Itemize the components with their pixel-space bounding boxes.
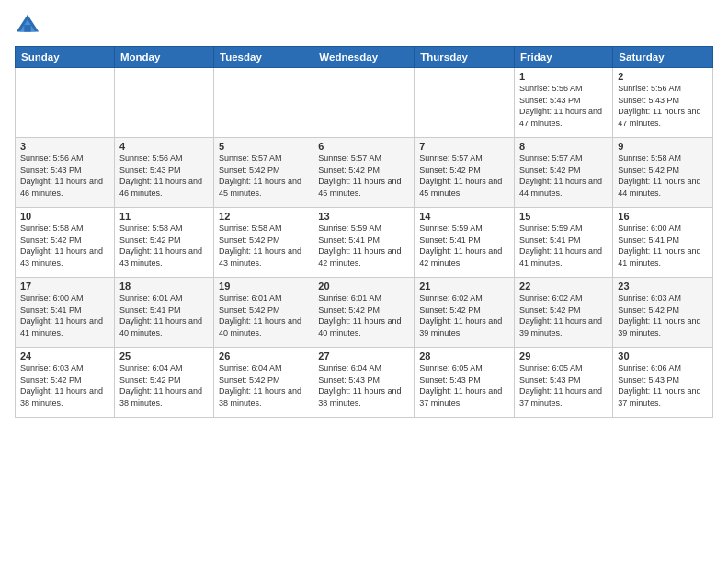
- day-number: 1: [519, 71, 608, 82]
- weekday-header: Friday: [515, 47, 613, 68]
- calendar-cell: 17Sunrise: 6:00 AM Sunset: 5:41 PM Dayli…: [16, 278, 115, 348]
- weekday-header: Monday: [114, 47, 213, 68]
- day-number: 10: [20, 211, 109, 222]
- day-number: 6: [318, 141, 409, 152]
- calendar-cell: 20Sunrise: 6:01 AM Sunset: 5:42 PM Dayli…: [313, 278, 415, 348]
- day-info: Sunrise: 5:57 AM Sunset: 5:42 PM Dayligh…: [419, 153, 509, 199]
- logo-icon: [15, 13, 40, 39]
- day-number: 2: [618, 71, 708, 82]
- calendar-cell: [313, 68, 415, 138]
- day-info: Sunrise: 5:56 AM Sunset: 5:43 PM Dayligh…: [519, 83, 608, 129]
- day-info: Sunrise: 6:03 AM Sunset: 5:42 PM Dayligh…: [20, 362, 109, 408]
- day-info: Sunrise: 5:57 AM Sunset: 5:42 PM Dayligh…: [219, 153, 308, 199]
- calendar-cell: 3Sunrise: 5:56 AM Sunset: 5:43 PM Daylig…: [16, 138, 115, 208]
- day-number: 16: [618, 211, 708, 222]
- day-number: 15: [519, 211, 608, 222]
- day-number: 13: [318, 211, 409, 222]
- day-number: 20: [318, 281, 409, 292]
- day-info: Sunrise: 5:57 AM Sunset: 5:42 PM Dayligh…: [519, 153, 608, 199]
- calendar-header-row: SundayMondayTuesdayWednesdayThursdayFrid…: [16, 47, 713, 68]
- day-info: Sunrise: 6:02 AM Sunset: 5:42 PM Dayligh…: [519, 293, 608, 339]
- weekday-header: Sunday: [16, 47, 115, 68]
- day-number: 11: [119, 211, 209, 222]
- calendar-cell: 8Sunrise: 5:57 AM Sunset: 5:42 PM Daylig…: [515, 138, 613, 208]
- calendar-week-row: 10Sunrise: 5:58 AM Sunset: 5:42 PM Dayli…: [16, 208, 713, 278]
- day-number: 17: [20, 281, 109, 292]
- day-info: Sunrise: 5:56 AM Sunset: 5:43 PM Dayligh…: [119, 153, 209, 199]
- day-info: Sunrise: 5:58 AM Sunset: 5:42 PM Dayligh…: [119, 223, 209, 269]
- calendar-cell: 14Sunrise: 5:59 AM Sunset: 5:41 PM Dayli…: [415, 208, 515, 278]
- day-info: Sunrise: 6:00 AM Sunset: 5:41 PM Dayligh…: [618, 223, 708, 269]
- calendar-cell: 21Sunrise: 6:02 AM Sunset: 5:42 PM Dayli…: [415, 278, 515, 348]
- day-number: 24: [20, 350, 109, 362]
- calendar-cell: 19Sunrise: 6:01 AM Sunset: 5:42 PM Dayli…: [214, 278, 313, 348]
- day-number: 26: [219, 350, 308, 362]
- svg-rect-2: [24, 25, 30, 31]
- day-number: 9: [618, 141, 708, 152]
- calendar-cell: [16, 68, 115, 138]
- day-info: Sunrise: 6:02 AM Sunset: 5:42 PM Dayligh…: [419, 293, 509, 339]
- day-number: 12: [219, 211, 308, 222]
- calendar-cell: [214, 68, 313, 138]
- day-info: Sunrise: 5:56 AM Sunset: 5:43 PM Dayligh…: [618, 83, 708, 129]
- day-info: Sunrise: 5:58 AM Sunset: 5:42 PM Dayligh…: [618, 153, 708, 199]
- day-number: 4: [119, 141, 209, 152]
- day-info: Sunrise: 6:03 AM Sunset: 5:42 PM Dayligh…: [618, 293, 708, 339]
- day-number: 30: [618, 350, 708, 362]
- day-info: Sunrise: 6:01 AM Sunset: 5:42 PM Dayligh…: [219, 293, 308, 339]
- day-number: 22: [519, 281, 608, 292]
- day-info: Sunrise: 6:05 AM Sunset: 5:43 PM Dayligh…: [519, 362, 608, 408]
- calendar-week-row: 1Sunrise: 5:56 AM Sunset: 5:43 PM Daylig…: [16, 68, 713, 138]
- calendar-week-row: 24Sunrise: 6:03 AM Sunset: 5:42 PM Dayli…: [16, 348, 713, 418]
- day-info: Sunrise: 5:56 AM Sunset: 5:43 PM Dayligh…: [20, 153, 109, 199]
- calendar-cell: 12Sunrise: 5:58 AM Sunset: 5:42 PM Dayli…: [214, 208, 313, 278]
- day-number: 25: [119, 350, 209, 362]
- weekday-header: Tuesday: [214, 47, 313, 68]
- calendar-cell: 15Sunrise: 5:59 AM Sunset: 5:41 PM Dayli…: [515, 208, 613, 278]
- weekday-header: Saturday: [613, 47, 713, 68]
- calendar-cell: 22Sunrise: 6:02 AM Sunset: 5:42 PM Dayli…: [515, 278, 613, 348]
- day-info: Sunrise: 6:04 AM Sunset: 5:42 PM Dayligh…: [219, 362, 308, 408]
- calendar-cell: 6Sunrise: 5:57 AM Sunset: 5:42 PM Daylig…: [313, 138, 415, 208]
- day-info: Sunrise: 6:01 AM Sunset: 5:42 PM Dayligh…: [318, 293, 409, 339]
- calendar-week-row: 17Sunrise: 6:00 AM Sunset: 5:41 PM Dayli…: [16, 278, 713, 348]
- day-number: 18: [119, 281, 209, 292]
- day-info: Sunrise: 5:57 AM Sunset: 5:42 PM Dayligh…: [318, 153, 409, 199]
- header: [15, 13, 713, 39]
- calendar-table: SundayMondayTuesdayWednesdayThursdayFrid…: [15, 46, 713, 418]
- day-number: 14: [419, 211, 509, 222]
- day-number: 28: [419, 350, 509, 362]
- day-number: 23: [618, 281, 708, 292]
- day-info: Sunrise: 5:58 AM Sunset: 5:42 PM Dayligh…: [219, 223, 308, 269]
- day-number: 5: [219, 141, 308, 152]
- day-number: 21: [419, 281, 509, 292]
- calendar-cell: [114, 68, 213, 138]
- calendar-cell: 11Sunrise: 5:58 AM Sunset: 5:42 PM Dayli…: [114, 208, 213, 278]
- calendar-cell: 5Sunrise: 5:57 AM Sunset: 5:42 PM Daylig…: [214, 138, 313, 208]
- day-info: Sunrise: 5:59 AM Sunset: 5:41 PM Dayligh…: [419, 223, 509, 269]
- calendar-cell: 23Sunrise: 6:03 AM Sunset: 5:42 PM Dayli…: [613, 278, 713, 348]
- calendar-cell: 13Sunrise: 5:59 AM Sunset: 5:41 PM Dayli…: [313, 208, 415, 278]
- day-info: Sunrise: 5:59 AM Sunset: 5:41 PM Dayligh…: [318, 223, 409, 269]
- day-info: Sunrise: 6:01 AM Sunset: 5:41 PM Dayligh…: [119, 293, 209, 339]
- day-number: 3: [20, 141, 109, 152]
- day-info: Sunrise: 6:04 AM Sunset: 5:42 PM Dayligh…: [119, 362, 209, 408]
- page: SundayMondayTuesdayWednesdayThursdayFrid…: [0, 0, 728, 563]
- calendar-cell: 27Sunrise: 6:04 AM Sunset: 5:43 PM Dayli…: [313, 348, 415, 418]
- calendar-cell: 7Sunrise: 5:57 AM Sunset: 5:42 PM Daylig…: [415, 138, 515, 208]
- day-info: Sunrise: 6:06 AM Sunset: 5:43 PM Dayligh…: [618, 362, 708, 408]
- calendar-cell: 29Sunrise: 6:05 AM Sunset: 5:43 PM Dayli…: [515, 348, 613, 418]
- day-info: Sunrise: 6:00 AM Sunset: 5:41 PM Dayligh…: [20, 293, 109, 339]
- calendar-cell: 1Sunrise: 5:56 AM Sunset: 5:43 PM Daylig…: [515, 68, 613, 138]
- weekday-header: Wednesday: [313, 47, 415, 68]
- day-info: Sunrise: 5:58 AM Sunset: 5:42 PM Dayligh…: [20, 223, 109, 269]
- calendar-cell: 9Sunrise: 5:58 AM Sunset: 5:42 PM Daylig…: [613, 138, 713, 208]
- calendar-cell: 2Sunrise: 5:56 AM Sunset: 5:43 PM Daylig…: [613, 68, 713, 138]
- day-info: Sunrise: 5:59 AM Sunset: 5:41 PM Dayligh…: [519, 223, 608, 269]
- calendar-cell: 24Sunrise: 6:03 AM Sunset: 5:42 PM Dayli…: [16, 348, 115, 418]
- day-number: 19: [219, 281, 308, 292]
- calendar-cell: 18Sunrise: 6:01 AM Sunset: 5:41 PM Dayli…: [114, 278, 213, 348]
- calendar-cell: [415, 68, 515, 138]
- calendar-cell: 25Sunrise: 6:04 AM Sunset: 5:42 PM Dayli…: [114, 348, 213, 418]
- calendar-cell: 4Sunrise: 5:56 AM Sunset: 5:43 PM Daylig…: [114, 138, 213, 208]
